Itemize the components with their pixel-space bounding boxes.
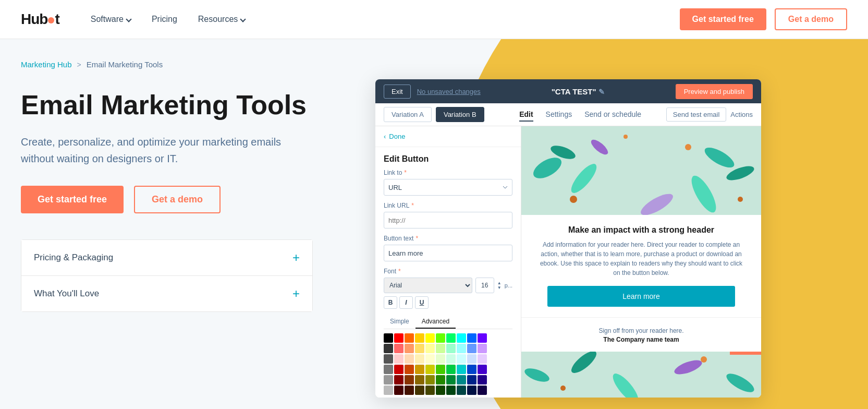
breadcrumb-parent-link[interactable]: Marketing Hub	[21, 60, 72, 69]
color-cell[interactable]	[457, 386, 466, 395]
color-cell[interactable]	[415, 386, 424, 395]
color-cell[interactable]	[405, 365, 414, 374]
simple-color-tab[interactable]: Simple	[384, 315, 415, 329]
hero-get-demo-button[interactable]: Get a demo	[134, 186, 221, 213]
color-cell[interactable]	[415, 333, 424, 343]
mockup-back-link[interactable]: ‹ Done	[375, 126, 521, 147]
mockup-exit-button[interactable]: Exit	[384, 85, 411, 99]
color-cell[interactable]	[467, 333, 476, 343]
color-cell[interactable]	[478, 365, 487, 374]
color-cell[interactable]	[446, 365, 456, 374]
color-cell[interactable]	[405, 333, 414, 343]
svg-point-20	[701, 356, 707, 363]
mockup-publish-button[interactable]: Preview and publish	[676, 84, 753, 99]
color-cell[interactable]	[384, 354, 393, 364]
color-cell[interactable]	[415, 344, 424, 353]
color-cell[interactable]	[415, 365, 424, 374]
nav-pricing[interactable]: Pricing	[152, 15, 177, 24]
button-text-input[interactable]	[384, 245, 512, 261]
font-size-up-icon[interactable]: ▲	[497, 281, 502, 285]
color-cell[interactable]	[394, 375, 404, 384]
color-cell[interactable]	[457, 344, 466, 353]
color-cell[interactable]	[478, 344, 487, 353]
underline-button[interactable]: U	[415, 296, 429, 309]
hero-get-started-button[interactable]: Get started free	[21, 186, 124, 213]
color-cell[interactable]	[457, 375, 466, 384]
color-cell[interactable]	[415, 354, 424, 364]
color-cell[interactable]	[425, 386, 435, 395]
color-cell[interactable]	[394, 344, 404, 353]
color-cell[interactable]	[457, 333, 466, 343]
color-cell[interactable]	[394, 354, 404, 364]
link-to-select[interactable]: URL	[384, 179, 512, 196]
color-cell[interactable]	[478, 354, 487, 364]
actions-button[interactable]: Actions	[730, 111, 753, 118]
color-cell[interactable]	[384, 365, 393, 374]
color-cell[interactable]	[415, 375, 424, 384]
font-select[interactable]: Arial	[384, 278, 472, 293]
color-cell[interactable]	[425, 344, 435, 353]
color-cell[interactable]	[405, 375, 414, 384]
color-cell[interactable]	[394, 365, 404, 374]
color-cell-black[interactable]	[384, 333, 393, 343]
color-cell[interactable]	[446, 344, 456, 353]
italic-button[interactable]: I	[399, 296, 413, 309]
breadcrumb-separator: >	[77, 61, 81, 69]
color-cell[interactable]	[446, 333, 456, 343]
tab-settings[interactable]: Settings	[546, 108, 572, 122]
color-cell[interactable]	[467, 386, 476, 395]
color-cell[interactable]	[467, 375, 476, 384]
font-size-down-icon[interactable]: ▼	[497, 285, 502, 290]
color-cell[interactable]	[478, 333, 487, 343]
color-cell[interactable]	[436, 344, 445, 353]
color-cell[interactable]	[436, 354, 445, 364]
color-cell[interactable]	[384, 375, 393, 384]
color-cell[interactable]	[405, 344, 414, 353]
color-cell[interactable]	[425, 365, 435, 374]
nav-software[interactable]: Software	[91, 15, 131, 24]
color-cell[interactable]	[436, 365, 445, 374]
font-size-input[interactable]	[475, 278, 494, 293]
nav-get-started-button[interactable]: Get started free	[680, 8, 766, 30]
color-cell[interactable]	[384, 344, 393, 353]
color-cell[interactable]	[436, 333, 445, 343]
link-url-input[interactable]	[384, 212, 512, 228]
nav-get-demo-button[interactable]: Get a demo	[775, 8, 847, 30]
variation-b-tab[interactable]: Variation B	[436, 107, 484, 122]
color-cell[interactable]	[394, 386, 404, 395]
email-hero-text: Add information for your reader here. Di…	[537, 240, 745, 278]
color-cell[interactable]	[425, 375, 435, 384]
color-cell[interactable]	[446, 386, 456, 395]
edit-icon[interactable]: ✎	[598, 88, 605, 96]
email-cta-button[interactable]: Learn more	[547, 286, 735, 307]
color-cell[interactable]	[457, 365, 466, 374]
color-cell[interactable]	[467, 365, 476, 374]
color-cell[interactable]	[478, 375, 487, 384]
color-cell[interactable]	[457, 354, 466, 364]
color-cell[interactable]	[467, 344, 476, 353]
color-cell[interactable]	[425, 354, 435, 364]
tab-send-schedule[interactable]: Send or schedule	[584, 108, 641, 122]
color-cell[interactable]	[405, 386, 414, 395]
color-cell[interactable]	[446, 354, 456, 364]
logo[interactable]: Hubt	[21, 11, 59, 28]
send-test-button[interactable]: Send test email	[666, 107, 727, 122]
color-cell[interactable]	[446, 375, 456, 384]
color-cell[interactable]	[467, 354, 476, 364]
color-cell[interactable]	[405, 354, 414, 364]
color-cell[interactable]	[478, 386, 487, 395]
color-cell[interactable]	[436, 375, 445, 384]
accordion-item-love[interactable]: What You'll Love +	[21, 276, 312, 311]
email-hero-title: Make an impact with a strong header	[537, 225, 745, 235]
color-cell[interactable]	[425, 333, 435, 343]
color-cell[interactable]	[394, 333, 404, 343]
bold-button[interactable]: B	[384, 296, 397, 309]
nav-resources[interactable]: Resources	[198, 15, 245, 24]
mockup-unsaved-text[interactable]: No unsaved changes	[417, 88, 481, 95]
color-cell[interactable]	[384, 386, 393, 395]
advanced-color-tab[interactable]: Advanced	[415, 315, 456, 329]
accordion-item-pricing[interactable]: Pricing & Packaging +	[21, 240, 312, 276]
tab-edit[interactable]: Edit	[519, 108, 533, 122]
variation-a-tab[interactable]: Variation A	[384, 107, 432, 122]
color-cell[interactable]	[436, 386, 445, 395]
